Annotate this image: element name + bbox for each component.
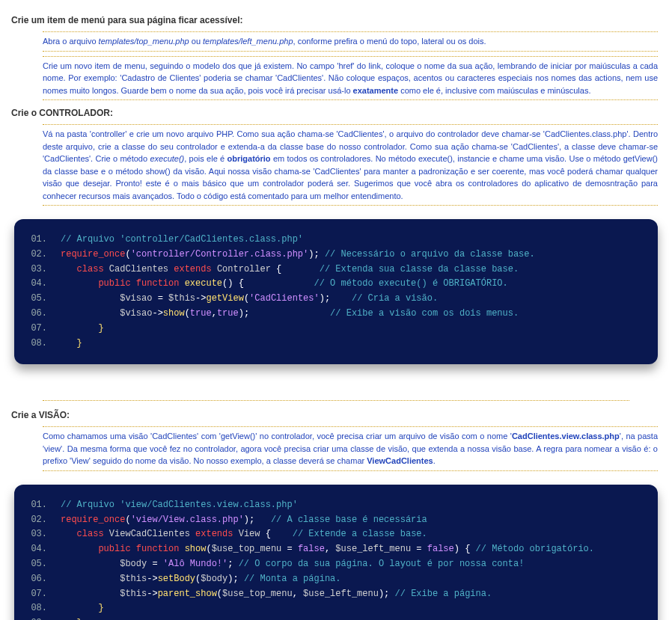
filepath: templates/left_menu.php [203,37,293,46]
code-block-controller: 01.// Arquivo 'controller/CadClientes.cl… [11,210,661,387]
text: ou [189,37,203,46]
code-comment: // Exibe a página. [395,589,492,599]
text: . [433,456,436,465]
indent [61,603,98,613]
code-op: -> [152,308,162,319]
indent [61,308,120,319]
code-comment: // Extenda sua classe da classe base. [320,264,519,274]
code-var: $this [120,574,147,584]
divider [43,400,629,401]
indent [61,574,120,584]
code-op: ); [239,308,330,319]
line-number: 02. [25,248,47,263]
code-string: 'Alô Mundo!' [163,559,227,569]
code-keyword: public [98,278,130,289]
code-arg: $body [201,574,227,584]
code-func: parent_show [158,589,217,599]
indent [61,278,98,289]
class-link[interactable]: ViewCadClientes [367,456,433,465]
code-comment: // Cria a visão. [352,293,438,304]
code-comment: // O método execute() é OBRIGATÓRIO. [314,278,508,289]
indent [61,323,98,334]
line-number: 04. [25,277,47,292]
para-create-item: Crie um novo item de menu, seguindo o mo… [43,56,658,101]
code-keyword: extends [195,529,233,539]
heading-view: Crie a VISÃO: [11,410,661,420]
emphasis: exatamente [353,86,399,95]
filepath: templates/top_menu.php [99,37,189,46]
line-number: 08. [25,337,47,352]
emphasis: obrigatório [227,154,271,163]
code-ident [212,264,217,274]
code-brace: } [98,323,103,334]
code-comment: // Extende a classe base. [293,529,427,539]
code-ident: Controller [217,264,271,274]
code-bool: true [217,308,239,319]
code-comment: // Arquivo 'view/CadClientes.view.class.… [61,500,298,510]
code-brace: } [77,338,82,349]
code-comment: // Monta a página. [244,574,341,584]
code-op: ); [227,574,244,584]
code-ident: CadClientes [109,264,168,274]
code-op: ( [244,293,249,304]
code-string: 'CadClientes' [249,293,320,304]
text: como ele é, inclusive com maiúsculas e m… [398,86,590,95]
code-var: $this [168,293,195,304]
line-number: 06. [25,307,47,322]
code-keyword: public [98,544,130,554]
code-var: $visao [120,293,152,304]
code-func: execute [185,278,222,289]
code-ident: ViewCadClientes [109,529,190,539]
text: Como chamamos uma visão 'CadClientes' co… [43,432,512,441]
code-op: ( [125,515,130,525]
method-name: execute() [150,154,184,163]
indent [61,589,120,599]
code-op: ); [244,515,271,525]
code-arg: $use_left_menu [303,589,379,599]
code-container: 01.// Arquivo 'controller/CadClientes.cl… [14,219,658,364]
code-bool: false [427,544,454,554]
code-bool: false [298,544,325,554]
code-var: $this [120,589,147,599]
heading-menu-item: Crie um item de menú para sua página fic… [11,15,661,25]
code-bool: true [190,308,212,319]
line-number: 08. [25,601,47,616]
para-view: Como chamamos uma visão 'CadClientes' co… [43,426,658,471]
code-op: ( [206,544,211,554]
code-container: 01.// Arquivo 'view/CadClientes.view.cla… [14,485,658,620]
indent [61,293,120,304]
code-op: () { [222,278,314,289]
line-number: 03. [25,263,47,277]
code-param: $use_top_menu [212,544,282,554]
code-keyword: require_once [61,249,125,260]
code-comment: // Necessário o arquivo da classe base. [325,249,535,260]
code-op: ( [185,308,190,319]
code-comment: // Método obrigatório. [476,544,594,554]
code-comment: // Exibe a visão com os dois menus. [330,308,519,319]
code-keyword: function [136,544,180,554]
indent [61,544,98,554]
code-op: = [152,293,168,304]
code-op: ) { [454,544,476,554]
code-op: ( [125,249,130,260]
code-var: $body [120,559,147,569]
line-number: 01. [25,233,47,248]
line-number: 05. [25,557,47,572]
line-number: 07. [25,322,47,337]
code-string: 'view/View.class.php' [131,515,244,525]
code-func: getView [206,293,243,304]
indent [61,338,77,349]
text: , pois ele é [184,154,227,163]
code-op: ); [320,293,352,304]
text: Abra o arquivo [43,37,99,46]
code-keyword: require_once [61,515,125,525]
code-var: $visao [120,308,152,319]
code-string: 'controller/Controller.class.php' [131,249,309,260]
code-ident: View [239,529,260,539]
code-keyword: function [136,278,180,289]
code-func: show [185,544,207,554]
code-keyword: class [77,529,104,539]
line-number: 06. [25,572,47,587]
code-op: , [212,308,217,319]
code-func: setBody [158,574,195,584]
